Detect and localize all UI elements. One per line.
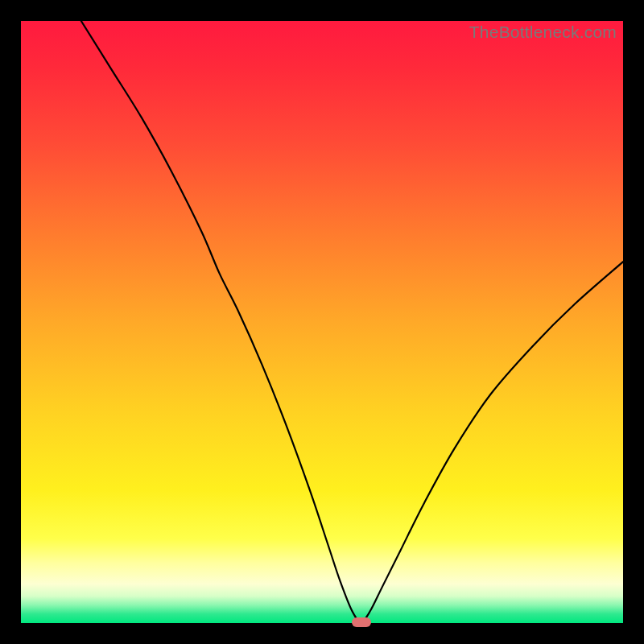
chart-frame: TheBottleneck.com	[0, 0, 644, 644]
optimal-point-marker	[352, 617, 371, 627]
bottleneck-curve	[21, 21, 623, 623]
chart-plot-area: TheBottleneck.com	[21, 21, 623, 623]
